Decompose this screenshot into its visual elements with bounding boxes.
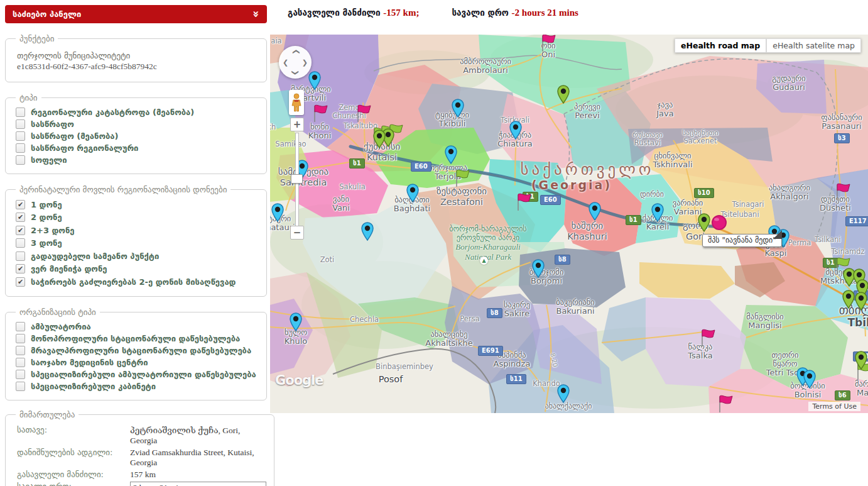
checkbox-row[interactable]: სასწრაფო [16,118,259,130]
checkbox-row[interactable]: ✔1 დონე [16,198,259,211]
checkbox-row[interactable]: ამბულატორია [16,321,259,333]
facility-marker-green[interactable] [372,129,387,152]
facility-marker-blue[interactable] [587,201,602,224]
facility-marker-green[interactable] [556,84,571,107]
flag-marker-pink[interactable] [835,182,851,204]
direction-section: მიმართულება სათავე:პეტრიაშვილის ქუჩა, Go… [5,410,274,486]
zoom-slider-handle[interactable] [291,174,303,184]
map-place-label: ცხინვალიTskhinvali [653,152,692,170]
zoom-in-button[interactable]: + [290,118,304,131]
checkbox-row[interactable]: სპეციალიზირებული ამბულატორიული დაწესებულ… [16,368,259,380]
checkbox-label: მრავალპროფილური სტაციონარული დაწესებულებ… [31,346,251,355]
facility-marker-blue[interactable] [531,258,546,281]
checkbox[interactable] [16,108,25,117]
flag-marker-pink[interactable] [312,103,328,126]
pan-right-icon[interactable]: ❯ [302,58,308,67]
checkbox-label: საოჯახო მედიცინის ცენტრი [31,358,148,367]
map-place-label: Sakulia [339,183,365,191]
facility-marker-blue[interactable] [405,183,420,206]
checkbox-row[interactable]: 3 დონე [16,237,259,250]
flag-marker-pink[interactable] [700,328,716,350]
facility-marker-blue[interactable] [288,312,303,334]
flag-marker-pink[interactable] [355,103,372,126]
checkbox[interactable]: ✔ [16,200,25,209]
checkbox[interactable]: ✔ [16,277,25,287]
road-shield: ს10 [694,188,714,198]
checkbox-row[interactable]: მონოპროფილური სტაციონარული დაწესებულება [16,333,259,345]
flag-marker-green[interactable] [454,168,470,191]
facility-marker-blue[interactable] [650,202,665,225]
checkbox-row[interactable]: სასწრაფო (მეანობა) [16,130,259,142]
road-shield: E60 [540,195,561,205]
road-shield: ს8 [555,255,570,265]
checkbox[interactable]: ✔ [16,264,25,273]
map-type-satellite-button[interactable]: eHealth satelite map [766,38,861,53]
checkbox-row[interactable]: მრავალპროფილური სტაციონარული დაწესებულებ… [16,345,259,356]
facility-marker-blue[interactable] [556,384,571,406]
checkbox-label: 2 დონე [31,213,62,222]
collapse-chevron-icon[interactable]: » [251,11,261,18]
search-panel: საძიებო პანელი » პუნქტები თერჯოლის მუნიც… [5,5,267,486]
street-view-control[interactable] [289,90,304,115]
selected-municipality: თერჯოლის მუნიციპალიტეტი [17,51,259,60]
direction-row: დანიშნულების ადგილი:Zviad Gamsakhurdia S… [17,448,266,468]
checkbox-row[interactable]: სასწრაფო რეგიონალური [16,142,259,154]
zoom-out-button[interactable]: − [290,226,304,240]
checkbox[interactable] [16,143,25,153]
facility-tooltip: შპს "იავნანა მედი" [702,234,782,247]
facility-marker-blue[interactable] [307,70,322,93]
checkbox[interactable]: ✔ [16,213,25,222]
facility-marker-blue[interactable] [270,202,285,225]
map-place-label: Tsilkani [815,236,841,244]
flag-marker-pink[interactable] [717,394,734,413]
checkbox[interactable]: ✔ [16,226,25,235]
facility-marker-green[interactable] [697,213,712,235]
pan-control[interactable]: ❯ ❯ ❮ ❯ [279,46,312,79]
map-type-road-button[interactable]: eHealth road map [675,38,766,53]
checkbox-row[interactable]: სპეციალიზირებული კაბინეტი [16,380,259,392]
checkbox[interactable] [16,334,25,343]
flag-marker-pink[interactable] [540,35,556,55]
pan-left-icon[interactable]: ❮ [283,58,288,67]
facility-marker-blue[interactable] [443,145,458,167]
pan-up-icon[interactable]: ❯ [291,49,300,55]
facility-marker-green[interactable] [854,350,868,373]
search-panel-header[interactable]: საძიებო პანელი » [5,5,267,23]
facility-marker-green[interactable] [854,291,868,314]
checkbox[interactable] [16,131,25,141]
checkbox-row[interactable]: გადაუდებელი სამეანო პუნქტი [16,250,259,263]
pegman-icon [291,93,301,112]
checkbox[interactable] [16,358,25,367]
checkbox-row[interactable]: საოჯახო მედიცინის ცენტრი [16,356,259,368]
checkbox-row[interactable]: ✔2 დონე [16,211,259,224]
facility-marker-blue[interactable] [360,221,375,244]
terms-of-use-link[interactable]: Terms of Use [808,402,860,411]
facility-marker-blue[interactable] [508,120,523,143]
checkbox-row[interactable]: ✔საჭიროებს გაძლიერებას 2-ე დონის მისაღწე… [16,275,259,289]
checkbox[interactable] [16,155,25,165]
points-legend: პუნქტები [16,34,58,43]
checkbox[interactable] [16,322,25,331]
selected-facility-marker[interactable] [710,214,728,234]
org-type-section: ორგანიზაციის ტიპი ამბულატორიამონოპროფილუ… [5,307,267,400]
checkbox-row[interactable]: რეგიონალური კატასტროფა (მეანობა) [16,106,259,118]
pan-down-icon[interactable]: ❯ [291,70,300,75]
checkbox[interactable] [16,346,25,355]
checkbox-row[interactable]: ✔ვერ მიენიჭა დონე [16,263,259,276]
checkbox-row[interactable]: სოფელი [16,154,259,166]
travel-time-input[interactable] [130,482,266,486]
map-canvas[interactable]: საქართველო (Georgia) ბორჯომ-ხარაგაულის ე… [270,35,868,413]
direction-row-value: პეტრიაშვილის ქუჩა, Gori, Georgia [130,425,265,446]
checkbox[interactable] [16,251,25,261]
country-label-en: (Georgia) [531,178,612,192]
facility-marker-blue[interactable] [450,98,465,121]
checkbox[interactable] [16,238,25,248]
checkbox[interactable] [16,382,25,391]
facility-marker-blue[interactable] [802,369,817,392]
municipality-id: e1c8531d-60f2-4367-afc9-48cf5b87942c [17,62,259,72]
national-park-label: ბორჯომ-ხარაგაულის ეროვნული პარკი Borjom-… [449,224,526,262]
checkbox[interactable] [16,119,25,129]
checkbox[interactable] [16,370,25,379]
checkbox-row[interactable]: ✔2+3 დონე [16,224,259,237]
flag-marker-pink[interactable] [516,192,532,214]
